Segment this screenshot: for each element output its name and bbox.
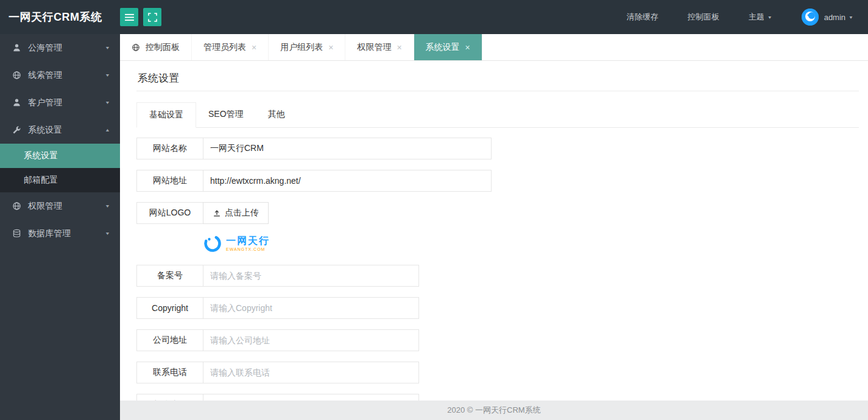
- avatar-bird-icon: [802, 9, 819, 26]
- sidebar-item-permissions[interactable]: 权限管理 ▼: [0, 192, 120, 220]
- control-panel-link[interactable]: 控制面板: [688, 12, 719, 23]
- chevron-down-icon: ▼: [767, 15, 772, 19]
- company-address-input[interactable]: [203, 329, 419, 351]
- contact-phone-input[interactable]: [203, 362, 419, 383]
- email-account-input[interactable]: [203, 394, 419, 401]
- site-name-row: 网站名称: [136, 138, 859, 159]
- sidebar-subitem-system-settings[interactable]: 系统设置: [0, 144, 120, 168]
- copyright-input[interactable]: [203, 297, 419, 319]
- tab-other[interactable]: 其他: [256, 102, 297, 127]
- tab-user-group-list[interactable]: 用户组列表 ×: [269, 34, 345, 60]
- app-window: 一网天行CRM系统 清除缓存 控制面板 主题 ▼ admin ▼: [0, 0, 868, 420]
- menu-toggle-button[interactable]: [120, 8, 138, 26]
- email-account-row: 邮箱账号: [136, 394, 859, 401]
- avatar[interactable]: [802, 9, 819, 26]
- sidebar-item-label: 数据库管理: [28, 228, 71, 239]
- user-icon: [12, 98, 21, 107]
- copyright-row: Copyright: [136, 297, 859, 319]
- chevron-up-icon: ▲: [105, 128, 110, 133]
- site-logo-label: 网站LOGO: [136, 202, 203, 224]
- theme-label: 主题: [749, 12, 764, 23]
- sidebar-item-label: 线索管理: [28, 70, 62, 81]
- fullscreen-icon: [148, 13, 157, 22]
- tab-label: 控制面板: [146, 42, 180, 53]
- upload-button[interactable]: 点击上传: [203, 202, 269, 224]
- sidebar-subitem-email-config[interactable]: 邮箱配置: [0, 168, 120, 192]
- top-header: 一网天行CRM系统 清除缓存 控制面板 主题 ▼ admin ▼: [0, 0, 868, 34]
- user-menu[interactable]: admin ▼: [824, 13, 853, 22]
- site-url-row: 网站地址: [136, 170, 859, 192]
- sidebar-subitem-label: 邮箱配置: [24, 175, 58, 186]
- globe-icon: [132, 43, 140, 52]
- contact-phone-row: 联系电话: [136, 362, 859, 383]
- chevron-down-icon: ▼: [105, 204, 110, 209]
- logo-subtitle: EWANGTX.COM: [226, 247, 270, 251]
- tab-label: 用户组列表: [280, 42, 323, 53]
- site-name-label: 网站名称: [136, 138, 203, 159]
- email-account-label: 邮箱账号: [136, 394, 203, 401]
- site-name-input[interactable]: [203, 138, 492, 159]
- sidebar-item-system-settings[interactable]: 系统设置 ▲: [0, 116, 120, 144]
- theme-menu[interactable]: 主题 ▼: [749, 12, 772, 23]
- chevron-down-icon: ▼: [105, 100, 110, 105]
- tab-admin-list[interactable]: 管理员列表 ×: [192, 34, 269, 60]
- clear-cache-link[interactable]: 清除缓存: [627, 12, 658, 23]
- chevron-down-icon: ▼: [105, 46, 110, 51]
- sidebar-item-label: 公海管理: [28, 43, 62, 54]
- logo-bird-icon: [203, 234, 222, 253]
- tab-permissions[interactable]: 权限管理 ×: [345, 34, 414, 60]
- sidebar-item-public-sea[interactable]: 公海管理 ▼: [0, 34, 120, 61]
- tab-label: 权限管理: [357, 42, 391, 53]
- site-logo-row: 网站LOGO 点击上传: [136, 202, 859, 224]
- settings-tabs: 基础设置 SEO管理 其他: [136, 102, 859, 128]
- tab-label: 系统设置: [426, 42, 460, 53]
- chevron-down-icon: ▼: [105, 231, 110, 236]
- sidebar-item-label: 系统设置: [28, 125, 62, 136]
- record-number-label: 备案号: [136, 265, 203, 287]
- record-number-row: 备案号: [136, 265, 859, 287]
- tab-system-settings[interactable]: 系统设置 ×: [414, 34, 482, 60]
- record-number-input[interactable]: [203, 265, 419, 287]
- sidebar-item-label: 权限管理: [28, 201, 62, 212]
- page-title: 系统设置: [136, 61, 859, 91]
- close-icon[interactable]: ×: [397, 43, 401, 52]
- wrench-icon: [12, 125, 21, 135]
- close-icon[interactable]: ×: [465, 43, 470, 52]
- site-url-label: 网站地址: [136, 170, 203, 192]
- user-icon: [12, 43, 21, 52]
- sidebar-item-database[interactable]: 数据库管理 ▼: [0, 220, 120, 247]
- sidebar-item-label: 客户管理: [28, 97, 62, 108]
- header-actions: 清除缓存 控制面板 主题 ▼ admin ▼: [598, 9, 868, 26]
- globe-icon: [12, 71, 21, 80]
- close-icon[interactable]: ×: [328, 43, 333, 52]
- chevron-down-icon: ▼: [849, 15, 853, 19]
- tab-control-panel[interactable]: 控制面板: [120, 34, 192, 60]
- close-icon[interactable]: ×: [252, 43, 256, 52]
- tab-label: 管理员列表: [203, 42, 246, 53]
- settings-form: 网站名称 网站地址 网站LOGO 点击上传 一: [136, 138, 859, 401]
- logo-title: 一网天行: [226, 236, 270, 246]
- upload-button-label: 点击上传: [225, 208, 259, 219]
- sidebar-submenu-system: 系统设置 邮箱配置: [0, 144, 120, 192]
- logo-text-block: 一网天行 EWANGTX.COM: [226, 236, 270, 251]
- company-address-label: 公司地址: [136, 329, 203, 351]
- sidebar-item-leads[interactable]: 线索管理 ▼: [0, 61, 120, 89]
- tab-seo-management[interactable]: SEO管理: [196, 102, 256, 127]
- hamburger-icon: [125, 13, 134, 21]
- app-title: 一网天行CRM系统: [0, 10, 120, 24]
- globe-icon: [12, 201, 21, 211]
- tab-basic-settings[interactable]: 基础设置: [136, 102, 196, 128]
- window-tabbar: 控制面板 管理员列表 × 用户组列表 × 权限管理 × 系统设置 ×: [120, 34, 868, 61]
- sidebar: 公海管理 ▼ 线索管理 ▼ 客户管理 ▼ 系统设置 ▲ 系统设置 邮箱配置: [0, 34, 120, 420]
- database-icon: [12, 229, 21, 238]
- sidebar-subitem-label: 系统设置: [24, 150, 58, 161]
- fullscreen-button[interactable]: [143, 8, 161, 26]
- copyright-label: Copyright: [136, 297, 203, 319]
- footer: 2020 © 一网天行CRM系统: [120, 401, 868, 420]
- username-label: admin: [824, 13, 845, 22]
- upload-icon: [213, 209, 221, 217]
- site-url-input[interactable]: [203, 170, 492, 192]
- contact-phone-label: 联系电话: [136, 362, 203, 383]
- sidebar-item-customers[interactable]: 客户管理 ▼: [0, 89, 120, 116]
- site-logo-preview: 一网天行 EWANGTX.COM: [203, 234, 270, 253]
